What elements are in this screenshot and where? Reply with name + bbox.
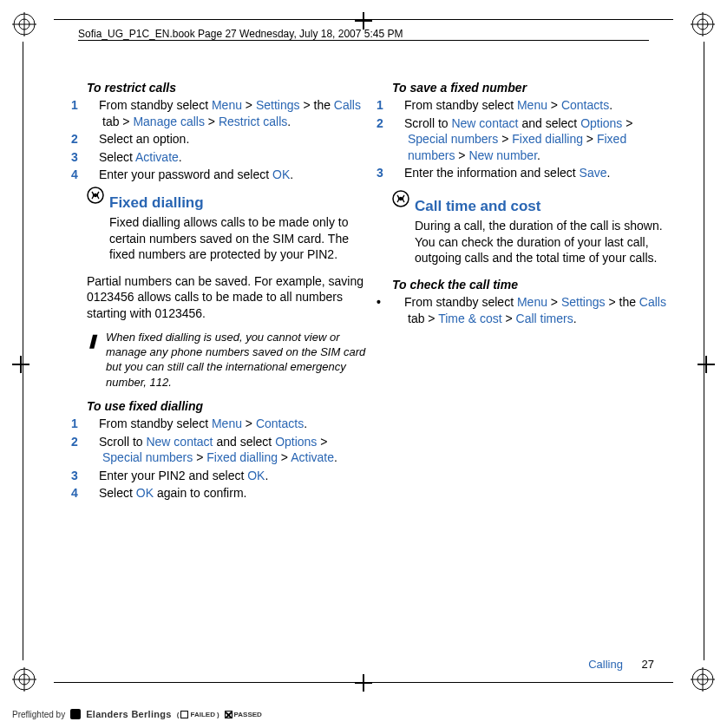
menu-path: Contacts: [256, 416, 304, 430]
menu-path: Fixed dialling: [206, 450, 278, 464]
menu-path: Settings: [561, 295, 606, 309]
steps-restrict-calls: 1From standby select Menu > Settings > t…: [87, 97, 368, 182]
menu-path: New contact: [451, 116, 518, 130]
header-rule: [78, 40, 649, 41]
preflight-label: Preflighted by: [12, 710, 65, 719]
menu-path: Menu: [517, 295, 547, 309]
menu-path: Options: [275, 435, 317, 449]
text: PASSED: [234, 711, 262, 718]
text: >: [455, 148, 468, 162]
heading-save-fixed-number: To save a fixed number: [392, 80, 673, 95]
text: From standby select: [99, 98, 212, 112]
running-head: Sofia_UG_P1C_EN.book Page 27 Wednesday, …: [78, 28, 403, 40]
text: .: [609, 98, 612, 112]
text: .: [606, 166, 610, 180]
text: >: [278, 450, 291, 464]
steps-use-fixed-dialling: 1From standby select Menu > Contacts. 2S…: [87, 416, 368, 501]
svg-point-19: [399, 197, 403, 200]
text: .: [290, 167, 293, 181]
text: >: [502, 312, 516, 325]
text: Select: [99, 150, 135, 164]
heading-fixed-dialling: Fixed dialling: [109, 193, 368, 213]
heading-check-call-time: To check the call time: [392, 277, 673, 292]
menu-path: Activate: [135, 150, 179, 164]
crop-mark-icon: [698, 356, 715, 373]
step: 1From standby select Menu > Settings > t…: [87, 97, 368, 129]
step: 3Enter the information and select Save.: [392, 165, 673, 180]
menu-path: OK: [247, 469, 265, 482]
crop-line: [54, 682, 673, 683]
menu-path: Save: [580, 166, 607, 180]
menu-path: Menu: [517, 98, 547, 112]
text: .: [265, 469, 268, 482]
text: >: [583, 132, 597, 146]
page-number: 27: [642, 658, 654, 671]
text: Select: [99, 486, 136, 500]
menu-path: Fixed dialling: [512, 132, 583, 146]
step: 4Select OK again to confirm.: [87, 485, 368, 501]
menu-path: Time & cost: [438, 312, 501, 325]
menu-path: OK: [272, 167, 290, 181]
heading-restrict-calls: To restrict calls: [87, 80, 368, 95]
text: >: [242, 98, 256, 112]
menu-path: Options: [580, 116, 622, 130]
menu-path: New contact: [146, 435, 213, 449]
text: Scroll to: [99, 435, 146, 449]
step: 2Scroll to New contact and select Option…: [87, 434, 368, 466]
registration-mark-icon: [12, 667, 36, 692]
text: >: [242, 416, 256, 430]
text: > the: [300, 98, 334, 112]
steps-check-call-time: •From standby select Menu > Settings > t…: [392, 294, 673, 326]
step: 2Select an option.: [87, 131, 368, 147]
svg-point-17: [94, 193, 97, 197]
step: 3Enter your PIN2 and select OK.: [87, 468, 368, 483]
note-fixed-dialling: ❚ When fixed dialling is used, you canno…: [87, 330, 368, 390]
crop-mark-icon: [355, 674, 372, 692]
text: .: [287, 115, 291, 128]
text: >: [547, 295, 561, 309]
paragraph: Fixed dialling allows calls to be made o…: [109, 214, 368, 262]
text: >: [193, 450, 206, 464]
preflight-logo-icon: [70, 709, 81, 719]
menu-path: Special numbers: [408, 132, 498, 146]
text: again to confirm.: [154, 486, 246, 500]
text: .: [179, 150, 182, 164]
text: tab >: [408, 312, 438, 325]
crop-line: [23, 42, 23, 660]
text: .: [334, 450, 337, 464]
step: 1From standby select Menu > Contacts.: [392, 97, 673, 113]
text: From standby select: [404, 295, 517, 309]
network-icon: [392, 190, 409, 207]
step: 2Scroll to New contact and select Option…: [392, 115, 673, 163]
paragraph: During a call, the duration of the call …: [415, 218, 673, 266]
note-text: When fixed dialling is used, you cannot …: [106, 331, 365, 388]
text: .: [573, 312, 577, 325]
text: From standby select: [404, 98, 517, 112]
preflight-passed-badge: PASSED: [225, 711, 262, 718]
crop-mark-icon: [12, 356, 29, 373]
text: Enter your password and select: [99, 167, 272, 181]
step: •From standby select Menu > Settings > t…: [392, 294, 673, 326]
step: 1From standby select Menu > Contacts.: [87, 416, 368, 431]
menu-path: Contacts: [561, 98, 609, 112]
page-footer: Calling 27: [588, 658, 654, 671]
text: > the: [606, 295, 639, 309]
step: 4Enter your password and select OK.: [87, 167, 368, 182]
registration-mark-icon: [691, 667, 715, 692]
text: FAILED: [190, 711, 214, 718]
menu-path: Restrict calls: [219, 115, 287, 128]
paragraph: Partial numbers can be saved. For exampl…: [87, 273, 368, 321]
registration-mark-icon: [12, 12, 36, 36]
menu-path: New number: [468, 148, 537, 162]
menu-path: Manage calls: [133, 115, 205, 128]
text: Scroll to: [404, 116, 451, 130]
preflight-strip: Preflighted by Elanders Berlings ( FAILE…: [12, 709, 262, 719]
menu-path: Menu: [212, 416, 242, 430]
menu-path: OK: [136, 486, 154, 500]
text: >: [622, 116, 632, 130]
menu-path: Special numbers: [102, 450, 193, 464]
heading-use-fixed-dialling: To use fixed dialling: [87, 398, 368, 414]
registration-mark-icon: [691, 12, 715, 36]
left-column: To restrict calls 1From standby select M…: [87, 75, 368, 633]
menu-path: Settings: [256, 98, 300, 112]
